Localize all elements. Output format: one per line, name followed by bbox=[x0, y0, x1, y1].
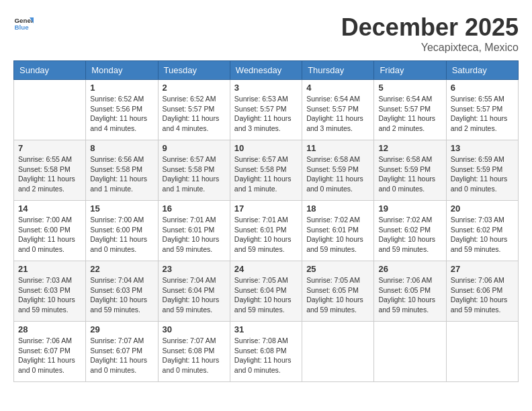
table-row: 9Sunrise: 6:57 AM Sunset: 5:58 PM Daylig… bbox=[158, 140, 230, 201]
table-row: 10Sunrise: 6:57 AM Sunset: 5:58 PM Dayli… bbox=[230, 140, 302, 201]
table-row: 2Sunrise: 6:52 AM Sunset: 5:57 PM Daylig… bbox=[158, 80, 230, 140]
day-number: 17 bbox=[234, 203, 298, 214]
day-info: Sunrise: 6:52 AM Sunset: 5:56 PM Dayligh… bbox=[90, 94, 153, 134]
day-number: 22 bbox=[90, 264, 153, 274]
logo-icon: General Blue bbox=[13, 13, 34, 34]
title-section: December 2025 Yecapixteca, Mexico bbox=[341, 13, 519, 54]
day-number: 12 bbox=[378, 143, 441, 153]
day-number: 16 bbox=[163, 203, 226, 214]
table-row: 27Sunrise: 7:06 AM Sunset: 6:06 PM Dayli… bbox=[446, 261, 518, 322]
day-number: 13 bbox=[451, 143, 514, 153]
header-wednesday: Wednesday bbox=[230, 61, 302, 80]
table-row: 20Sunrise: 7:03 AM Sunset: 6:02 PM Dayli… bbox=[446, 201, 518, 261]
day-number: 30 bbox=[163, 324, 226, 334]
table-row: 26Sunrise: 7:06 AM Sunset: 6:05 PM Dayli… bbox=[374, 261, 446, 322]
day-info: Sunrise: 6:54 AM Sunset: 5:57 PM Dayligh… bbox=[378, 94, 441, 134]
header-saturday: Saturday bbox=[446, 61, 518, 80]
header-thursday: Thursday bbox=[302, 61, 374, 80]
day-info: Sunrise: 6:58 AM Sunset: 5:59 PM Dayligh… bbox=[306, 154, 369, 194]
day-number: 18 bbox=[306, 203, 369, 214]
day-info: Sunrise: 7:03 AM Sunset: 6:03 PM Dayligh… bbox=[18, 275, 81, 315]
week-row-1: 1Sunrise: 6:52 AM Sunset: 5:56 PM Daylig… bbox=[14, 80, 519, 140]
table-row bbox=[374, 322, 446, 382]
table-row: 30Sunrise: 7:07 AM Sunset: 6:08 PM Dayli… bbox=[158, 322, 230, 382]
day-info: Sunrise: 7:01 AM Sunset: 6:01 PM Dayligh… bbox=[163, 215, 226, 255]
day-info: Sunrise: 6:56 AM Sunset: 5:58 PM Dayligh… bbox=[90, 154, 153, 194]
day-number: 25 bbox=[306, 264, 369, 274]
day-info: Sunrise: 7:01 AM Sunset: 6:01 PM Dayligh… bbox=[234, 215, 298, 255]
day-info: Sunrise: 7:04 AM Sunset: 6:03 PM Dayligh… bbox=[90, 275, 153, 315]
header-monday: Monday bbox=[86, 61, 158, 80]
table-row: 16Sunrise: 7:01 AM Sunset: 6:01 PM Dayli… bbox=[158, 201, 230, 261]
day-info: Sunrise: 6:59 AM Sunset: 5:59 PM Dayligh… bbox=[451, 154, 514, 194]
table-row: 24Sunrise: 7:05 AM Sunset: 6:04 PM Dayli… bbox=[230, 261, 302, 322]
day-number: 20 bbox=[451, 203, 514, 214]
table-row bbox=[446, 322, 518, 382]
table-row: 8Sunrise: 6:56 AM Sunset: 5:58 PM Daylig… bbox=[86, 140, 158, 201]
table-row: 14Sunrise: 7:00 AM Sunset: 6:00 PM Dayli… bbox=[14, 201, 86, 261]
table-row bbox=[14, 80, 86, 140]
day-number: 31 bbox=[234, 324, 298, 334]
header: General Blue December 2025 Yecapixteca, … bbox=[13, 13, 519, 54]
day-number: 27 bbox=[451, 264, 514, 274]
table-row: 5Sunrise: 6:54 AM Sunset: 5:57 PM Daylig… bbox=[374, 80, 446, 140]
table-row: 29Sunrise: 7:07 AM Sunset: 6:07 PM Dayli… bbox=[86, 322, 158, 382]
day-info: Sunrise: 6:55 AM Sunset: 5:58 PM Dayligh… bbox=[18, 154, 81, 194]
table-row: 25Sunrise: 7:05 AM Sunset: 6:05 PM Dayli… bbox=[302, 261, 374, 322]
table-row: 4Sunrise: 6:54 AM Sunset: 5:57 PM Daylig… bbox=[302, 80, 374, 140]
day-number: 15 bbox=[90, 203, 153, 214]
day-info: Sunrise: 7:02 AM Sunset: 6:02 PM Dayligh… bbox=[378, 215, 441, 255]
week-row-5: 28Sunrise: 7:06 AM Sunset: 6:07 PM Dayli… bbox=[14, 322, 519, 382]
calendar-title: December 2025 bbox=[341, 13, 519, 42]
day-number: 5 bbox=[378, 83, 441, 93]
day-number: 24 bbox=[234, 264, 298, 274]
day-info: Sunrise: 7:07 AM Sunset: 6:07 PM Dayligh… bbox=[90, 336, 153, 375]
day-number: 29 bbox=[90, 324, 153, 334]
day-info: Sunrise: 7:05 AM Sunset: 6:04 PM Dayligh… bbox=[234, 275, 298, 315]
header-tuesday: Tuesday bbox=[158, 61, 230, 80]
day-info: Sunrise: 7:05 AM Sunset: 6:05 PM Dayligh… bbox=[306, 275, 369, 315]
day-number: 9 bbox=[163, 143, 226, 153]
table-row: 6Sunrise: 6:55 AM Sunset: 5:57 PM Daylig… bbox=[446, 80, 518, 140]
day-info: Sunrise: 6:53 AM Sunset: 5:57 PM Dayligh… bbox=[234, 94, 298, 134]
week-row-4: 21Sunrise: 7:03 AM Sunset: 6:03 PM Dayli… bbox=[14, 261, 519, 322]
table-row: 3Sunrise: 6:53 AM Sunset: 5:57 PM Daylig… bbox=[230, 80, 302, 140]
table-row: 19Sunrise: 7:02 AM Sunset: 6:02 PM Dayli… bbox=[374, 201, 446, 261]
calendar-subtitle: Yecapixteca, Mexico bbox=[341, 42, 519, 54]
day-info: Sunrise: 7:07 AM Sunset: 6:08 PM Dayligh… bbox=[163, 336, 226, 375]
table-row: 18Sunrise: 7:02 AM Sunset: 6:01 PM Dayli… bbox=[302, 201, 374, 261]
week-row-2: 7Sunrise: 6:55 AM Sunset: 5:58 PM Daylig… bbox=[14, 140, 519, 201]
table-row: 21Sunrise: 7:03 AM Sunset: 6:03 PM Dayli… bbox=[14, 261, 86, 322]
day-info: Sunrise: 6:52 AM Sunset: 5:57 PM Dayligh… bbox=[163, 94, 226, 134]
day-number: 28 bbox=[18, 324, 81, 334]
day-info: Sunrise: 7:00 AM Sunset: 6:00 PM Dayligh… bbox=[90, 215, 153, 255]
calendar-table: Sunday Monday Tuesday Wednesday Thursday… bbox=[13, 60, 519, 382]
table-row: 28Sunrise: 7:06 AM Sunset: 6:07 PM Dayli… bbox=[14, 322, 86, 382]
day-info: Sunrise: 6:57 AM Sunset: 5:58 PM Dayligh… bbox=[163, 154, 226, 194]
day-number: 21 bbox=[18, 264, 81, 274]
table-row: 13Sunrise: 6:59 AM Sunset: 5:59 PM Dayli… bbox=[446, 140, 518, 201]
week-row-3: 14Sunrise: 7:00 AM Sunset: 6:00 PM Dayli… bbox=[14, 201, 519, 261]
table-row: 1Sunrise: 6:52 AM Sunset: 5:56 PM Daylig… bbox=[86, 80, 158, 140]
day-info: Sunrise: 6:55 AM Sunset: 5:57 PM Dayligh… bbox=[451, 94, 514, 134]
day-info: Sunrise: 7:06 AM Sunset: 6:05 PM Dayligh… bbox=[378, 275, 441, 315]
day-number: 11 bbox=[306, 143, 369, 153]
day-info: Sunrise: 7:06 AM Sunset: 6:07 PM Dayligh… bbox=[18, 336, 81, 375]
table-row: 11Sunrise: 6:58 AM Sunset: 5:59 PM Dayli… bbox=[302, 140, 374, 201]
logo: General Blue bbox=[13, 13, 34, 34]
day-number: 8 bbox=[90, 143, 153, 153]
day-info: Sunrise: 7:00 AM Sunset: 6:00 PM Dayligh… bbox=[18, 215, 81, 255]
table-row: 17Sunrise: 7:01 AM Sunset: 6:01 PM Dayli… bbox=[230, 201, 302, 261]
header-sunday: Sunday bbox=[14, 61, 86, 80]
day-number: 1 bbox=[90, 83, 153, 93]
table-row bbox=[302, 322, 374, 382]
day-info: Sunrise: 6:57 AM Sunset: 5:58 PM Dayligh… bbox=[234, 154, 298, 194]
day-number: 2 bbox=[163, 83, 226, 93]
day-info: Sunrise: 7:08 AM Sunset: 6:08 PM Dayligh… bbox=[234, 336, 298, 375]
day-number: 4 bbox=[306, 83, 369, 93]
day-info: Sunrise: 7:06 AM Sunset: 6:06 PM Dayligh… bbox=[451, 275, 514, 315]
table-row: 31Sunrise: 7:08 AM Sunset: 6:08 PM Dayli… bbox=[230, 322, 302, 382]
day-number: 7 bbox=[18, 143, 81, 153]
day-number: 26 bbox=[378, 264, 441, 274]
day-number: 23 bbox=[163, 264, 226, 274]
